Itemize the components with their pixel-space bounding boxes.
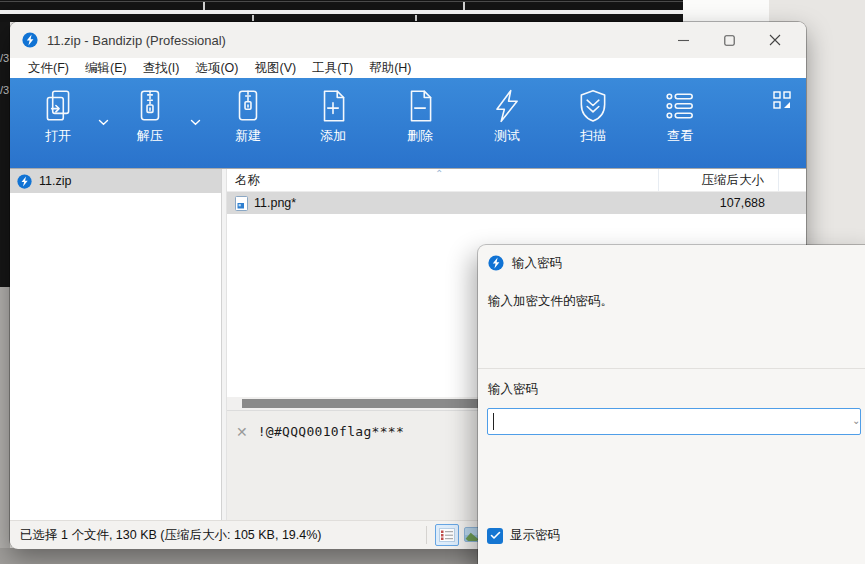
layout-grid-icon [772, 90, 792, 110]
file-name: 11.png* [254, 196, 296, 210]
tree-item-label: 11.zip [39, 174, 71, 188]
archive-comment-text: !@#QQQ0010flag**** [258, 424, 404, 439]
test-archive-icon [489, 88, 525, 124]
bandizip-file-icon [17, 174, 32, 189]
dialog-divider [478, 368, 865, 369]
scan-virus-button[interactable]: 扫描 [562, 88, 624, 160]
details-view-button[interactable] [435, 524, 459, 546]
delete-file-icon [402, 88, 438, 124]
menu-help[interactable]: 帮助(H) [361, 58, 419, 78]
status-separator [426, 526, 427, 544]
file-row[interactable]: 11.png* 107,688 [227, 192, 806, 214]
toolbar-label: 添加 [320, 127, 346, 145]
background-desktop-left [0, 287, 10, 564]
menu-tools[interactable]: 工具(T) [304, 58, 361, 78]
delete-files-button[interactable]: 删除 [389, 88, 451, 160]
menu-file[interactable]: 文件(F) [20, 58, 77, 78]
show-password-row[interactable]: 显示密码 [487, 527, 560, 544]
toolbar: 打开 解压 新建 [10, 78, 806, 168]
extract-button[interactable]: 解压 [119, 88, 181, 160]
menu-options[interactable]: 选项(O) [187, 58, 246, 78]
toolbar-label: 解压 [137, 127, 163, 145]
view-icon [662, 88, 698, 124]
terminal-text-fragment: /3 [0, 84, 9, 96]
menu-bar: 文件(F) 编辑(E) 查找(I) 选项(O) 视图(V) 工具(T) 帮助(H… [10, 58, 806, 78]
close-button[interactable] [752, 22, 798, 58]
test-archive-button[interactable]: 测试 [476, 88, 538, 160]
open-archive-icon [40, 88, 76, 124]
png-file-icon [235, 196, 248, 211]
toolbar-label: 删除 [407, 127, 433, 145]
maximize-button[interactable] [706, 22, 752, 58]
menu-edit[interactable]: 编辑(E) [77, 58, 135, 78]
details-view-icon [439, 528, 455, 542]
toolbar-label: 打开 [45, 127, 71, 145]
list-header: 名称 ⌃ 压缩后大小 [227, 169, 806, 192]
toolbar-label: 测试 [494, 127, 520, 145]
background-terminal-left: /3 /3 [0, 22, 10, 287]
toolbar-label: 扫描 [580, 127, 606, 145]
checkmark-icon [490, 531, 501, 540]
sort-indicator-icon: ⌃ [435, 169, 443, 178]
background-window-edge [683, 0, 769, 22]
show-password-label: 显示密码 [510, 527, 560, 544]
show-password-checkbox[interactable] [487, 528, 503, 544]
password-dialog: 输入密码 输入加密文件的密码。 输入密码 ⌄ 显示密码 [478, 245, 865, 564]
add-files-button[interactable]: 添加 [302, 88, 364, 160]
toolbar-label: 查看 [667, 127, 693, 145]
bandizip-logo-icon [22, 32, 38, 48]
new-archive-icon [230, 88, 266, 124]
open-dropdown-button[interactable] [92, 112, 114, 132]
status-text: 已选择 1 个文件, 130 KB (压缩后大小: 105 KB, 19.4%) [20, 527, 321, 544]
new-archive-button[interactable]: 新建 [217, 88, 279, 160]
tree-item-archive[interactable]: 11.zip [10, 169, 221, 193]
open-button[interactable]: 打开 [27, 88, 89, 160]
bandizip-logo-icon [488, 255, 504, 271]
customize-toolbar-button[interactable] [772, 90, 792, 110]
chevron-down-icon [190, 119, 201, 126]
password-input[interactable] [487, 408, 861, 435]
file-compressed-size: 107,688 [659, 192, 779, 214]
dialog-message: 输入加密文件的密码。 [478, 281, 865, 310]
scan-virus-icon [575, 88, 611, 124]
title-bar[interactable]: 11.zip - Bandizip (Professional) [10, 22, 806, 58]
window-title: 11.zip - Bandizip (Professional) [47, 33, 226, 48]
add-file-icon [315, 88, 351, 124]
text-caret [493, 413, 494, 430]
chevron-down-icon [98, 119, 109, 126]
extract-dropdown-button[interactable] [184, 112, 206, 132]
terminal-text-fragment: /3 [0, 52, 9, 64]
minimize-button[interactable] [660, 22, 706, 58]
archive-tree-panel[interactable]: 11.zip [10, 169, 222, 520]
column-header-size[interactable]: 压缩后大小 [659, 169, 779, 191]
toolbar-label: 新建 [235, 127, 261, 145]
background-terminal-window [0, 0, 683, 22]
close-comment-icon[interactable]: ✕ [236, 425, 248, 439]
view-button[interactable]: 查看 [649, 88, 711, 160]
dialog-title-bar[interactable]: 输入密码 [478, 245, 865, 281]
password-input-label: 输入密码 [488, 381, 538, 398]
menu-find[interactable]: 查找(I) [135, 58, 188, 78]
dialog-title: 输入密码 [512, 255, 562, 272]
extract-icon [132, 88, 168, 124]
password-dropdown-icon[interactable]: ⌄ [852, 415, 860, 426]
menu-view[interactable]: 视图(V) [247, 58, 305, 78]
